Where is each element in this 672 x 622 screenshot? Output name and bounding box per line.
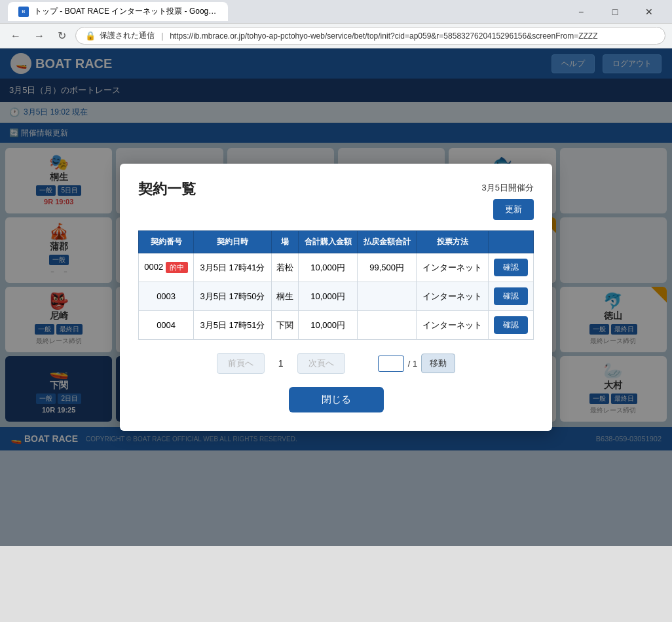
contract-action[interactable]: 確認 [489, 311, 534, 340]
contract-id: 0004 [139, 311, 194, 340]
contract-method: インターネット [417, 282, 489, 311]
back-button[interactable]: ← [7, 27, 25, 45]
contract-action[interactable]: 確認 [489, 253, 534, 282]
confirm-button-3[interactable]: 確認 [494, 316, 528, 334]
table-row: 0004 3月5日 17時51分 下関 10,000円 インターネット 確認 [139, 311, 534, 340]
window-controls: − □ ✕ [566, 2, 664, 22]
table-row: 0003 3月5日 17時50分 桐生 10,000円 インターネット 確認 [139, 282, 534, 311]
close-button[interactable]: ✕ [634, 2, 664, 22]
contract-venue: 桐生 [271, 282, 298, 311]
address-bar: ← → ↻ 🔒 保護された通信 | https://ib.mbrace.or.j… [0, 24, 672, 48]
forward-button[interactable]: → [30, 27, 48, 45]
table-header-action [489, 231, 534, 253]
modal-overlay: 契約一覧 3月5日開催分 更新 契約番号 契約日時 場 合計購入金額 払戻金額合… [0, 48, 672, 546]
confirm-button-2[interactable]: 確認 [494, 287, 528, 305]
page-jump-input[interactable] [378, 356, 404, 372]
teki-chu-badge: 的中 [166, 262, 188, 273]
table-header-id: 契約番号 [139, 231, 194, 253]
lock-icon: 🔒 [85, 31, 96, 41]
table-header-venue: 場 [271, 231, 298, 253]
contract-purchase: 10,000円 [299, 282, 358, 311]
prev-page-button[interactable]: 前頁へ [217, 353, 265, 374]
contract-datetime: 3月5日 17時50分 [194, 282, 272, 311]
modal-refresh-button[interactable]: 更新 [493, 199, 534, 220]
tab-favicon: B [18, 7, 29, 17]
contract-id: 0003 [139, 282, 194, 311]
contract-venue: 下関 [271, 311, 298, 340]
modal-header: 契約一覧 3月5日開催分 更新 [138, 179, 534, 220]
contract-refund [358, 282, 417, 311]
page-jump-button[interactable]: 移動 [421, 354, 455, 373]
table-header-datetime: 契約日時 [194, 231, 272, 253]
modal-date: 3月5日開催分 [482, 182, 534, 194]
page-jump-group: / 1 移動 [378, 354, 455, 373]
table-header-refund: 払戻金額合計 [358, 231, 417, 253]
next-page-button[interactable]: 次頁へ [297, 353, 345, 374]
contract-purchase: 10,000円 [299, 311, 358, 340]
browser-titlebar: B トップ - BOAT RACE インターネット投票 - Google Chr… [0, 0, 672, 24]
page-slash: / 1 [408, 359, 417, 369]
tab-title: トップ - BOAT RACE インターネット投票 - Google Chrom… [34, 6, 217, 17]
table-header-method: 投票方法 [417, 231, 489, 253]
table-header-purchase: 合計購入金額 [299, 231, 358, 253]
contract-datetime: 3月5日 17時41分 [194, 253, 272, 282]
url-text: https://ib.mbrace.or.jp/tohyo-ap-pctohyo… [170, 31, 597, 41]
browser-tab[interactable]: B トップ - BOAT RACE インターネット投票 - Google Chr… [8, 2, 228, 21]
contract-refund [358, 311, 417, 340]
contract-method: インターネット [417, 311, 489, 340]
secure-label: 保護された通信 [100, 30, 155, 41]
contract-datetime: 3月5日 17時51分 [194, 311, 272, 340]
separator: | [161, 31, 163, 41]
minimize-button[interactable]: − [566, 2, 596, 22]
table-row: 0002 的中 3月5日 17時41分 若松 10,000円 99,500円 イ… [139, 253, 534, 282]
contract-id: 0002 的中 [139, 253, 194, 282]
contract-refund: 99,500円 [358, 253, 417, 282]
contract-table: 契約番号 契約日時 場 合計購入金額 払戻金額合計 投票方法 0002 的中 3… [138, 230, 534, 340]
modal-close-button[interactable]: 閉じる [289, 387, 384, 412]
modal-title: 契約一覧 [138, 179, 196, 199]
contract-purchase: 10,000円 [299, 253, 358, 282]
refresh-button[interactable]: ↻ [54, 27, 70, 45]
contract-venue: 若松 [271, 253, 298, 282]
contract-action[interactable]: 確認 [489, 282, 534, 311]
confirm-button-1[interactable]: 確認 [494, 259, 528, 276]
current-page: 1 [271, 358, 291, 369]
modal-dialog: 契約一覧 3月5日開催分 更新 契約番号 契約日時 場 合計購入金額 払戻金額合… [120, 164, 552, 431]
address-field[interactable]: 🔒 保護された通信 | https://ib.mbrace.or.jp/tohy… [75, 27, 665, 45]
maximize-button[interactable]: □ [600, 2, 630, 22]
pagination: 前頁へ 1 次頁へ / 1 移動 [138, 353, 534, 374]
contract-method: インターネット [417, 253, 489, 282]
